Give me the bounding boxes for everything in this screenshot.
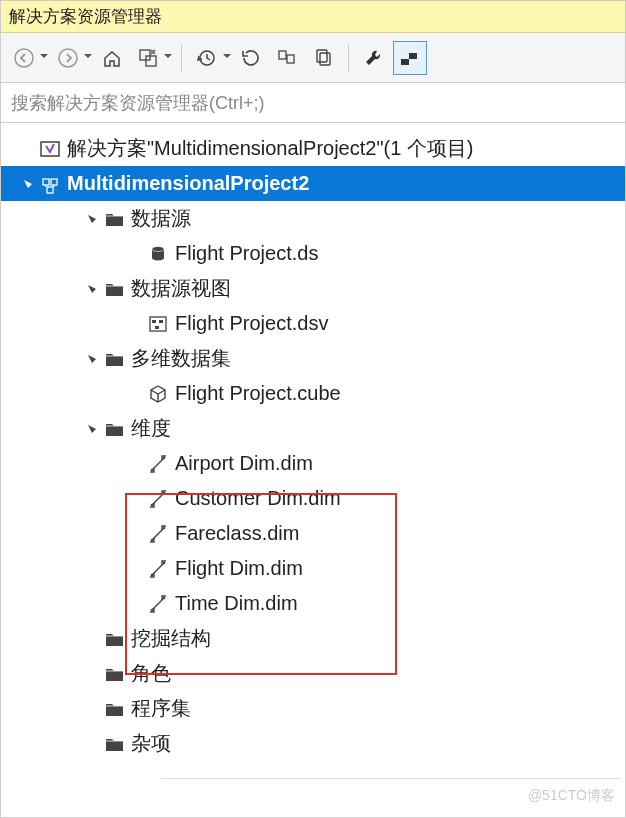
pending-changes-button[interactable]	[190, 41, 224, 75]
dsv-icon	[145, 313, 171, 335]
solution-label: 解决方案"MultidimensionalProject2"(1 个项目)	[63, 135, 474, 162]
panel-title-text: 解决方案资源管理器	[9, 5, 162, 28]
folder-data-sources[interactable]: 数据源	[1, 201, 625, 236]
dimension-icon	[145, 558, 171, 580]
folder-icon	[101, 278, 127, 300]
cube-item[interactable]: Flight Project.cube	[1, 376, 625, 411]
cube-icon	[145, 383, 171, 405]
solution-icon	[37, 138, 63, 160]
folder-label: 杂项	[127, 730, 171, 757]
dimension-icon	[145, 593, 171, 615]
folder-dsv[interactable]: 数据源视图	[1, 271, 625, 306]
folder-icon	[101, 208, 127, 230]
item-label: Fareclass.dim	[171, 522, 299, 545]
folder-icon	[101, 418, 127, 440]
database-icon	[145, 243, 171, 265]
dimension-item[interactable]: Airport Dim.dim	[1, 446, 625, 481]
dimension-icon	[145, 488, 171, 510]
project-node[interactable]: MultidimensionalProject2	[1, 166, 625, 201]
preview-selected-button[interactable]	[393, 41, 427, 75]
folder-icon	[101, 663, 127, 685]
scope-button[interactable]	[131, 41, 165, 75]
folder-label: 维度	[127, 415, 171, 442]
folder-cubes[interactable]: 多维数据集	[1, 341, 625, 376]
folder-label: 数据源视图	[127, 275, 231, 302]
folder-label: 挖掘结构	[127, 625, 211, 652]
expander-icon[interactable]	[83, 423, 101, 435]
solution-tree: 解决方案"MultidimensionalProject2"(1 个项目) Mu…	[1, 123, 625, 761]
project-icon	[37, 173, 63, 195]
back-button[interactable]	[7, 41, 41, 75]
folder-icon	[101, 698, 127, 720]
refresh-button[interactable]	[234, 41, 268, 75]
folder-label: 角色	[127, 660, 171, 687]
collapse-all-button[interactable]	[270, 41, 304, 75]
footer-divider	[161, 778, 621, 779]
dimension-item[interactable]: Fareclass.dim	[1, 516, 625, 551]
project-label: MultidimensionalProject2	[63, 172, 309, 195]
separator	[348, 44, 349, 72]
solution-node[interactable]: 解决方案"MultidimensionalProject2"(1 个项目)	[1, 131, 625, 166]
dimension-icon	[145, 523, 171, 545]
dimension-item[interactable]: Flight Dim.dim	[1, 551, 625, 586]
folder-dimensions[interactable]: 维度	[1, 411, 625, 446]
folder-label: 多维数据集	[127, 345, 231, 372]
expander-icon[interactable]	[19, 178, 37, 190]
folder-icon	[101, 628, 127, 650]
search-input[interactable]: 搜索解决方案资源管理器(Ctrl+;)	[1, 83, 625, 123]
home-button[interactable]	[95, 41, 129, 75]
dsv-item[interactable]: Flight Project.dsv	[1, 306, 625, 341]
search-placeholder: 搜索解决方案资源管理器(Ctrl+;)	[11, 91, 265, 115]
forward-button[interactable]	[51, 41, 85, 75]
folder-roles[interactable]: 角色	[1, 656, 625, 691]
pending-dropdown[interactable]	[222, 41, 232, 75]
toolbar	[1, 33, 625, 83]
show-all-files-button[interactable]	[306, 41, 340, 75]
expander-icon[interactable]	[83, 283, 101, 295]
expander-icon[interactable]	[83, 353, 101, 365]
folder-label: 程序集	[127, 695, 191, 722]
folder-misc[interactable]: 杂项	[1, 726, 625, 761]
data-source-item[interactable]: Flight Project.ds	[1, 236, 625, 271]
watermark: @51CTO博客	[528, 787, 615, 805]
dimension-icon	[145, 453, 171, 475]
folder-assemblies[interactable]: 程序集	[1, 691, 625, 726]
item-label: Flight Project.cube	[171, 382, 341, 405]
item-label: Airport Dim.dim	[171, 452, 313, 475]
folder-mining[interactable]: 挖掘结构	[1, 621, 625, 656]
folder-icon	[101, 733, 127, 755]
forward-dropdown[interactable]	[83, 41, 93, 75]
expander-icon[interactable]	[83, 213, 101, 225]
item-label: Time Dim.dim	[171, 592, 298, 615]
folder-icon	[101, 348, 127, 370]
dimension-item[interactable]: Customer Dim.dim	[1, 481, 625, 516]
back-dropdown[interactable]	[39, 41, 49, 75]
item-label: Flight Project.dsv	[171, 312, 328, 335]
separator	[181, 44, 182, 72]
item-label: Flight Dim.dim	[171, 557, 303, 580]
panel-title: 解决方案资源管理器	[1, 1, 625, 33]
properties-button[interactable]	[357, 41, 391, 75]
folder-label: 数据源	[127, 205, 191, 232]
scope-dropdown[interactable]	[163, 41, 173, 75]
item-label: Flight Project.ds	[171, 242, 318, 265]
dimension-item[interactable]: Time Dim.dim	[1, 586, 625, 621]
item-label: Customer Dim.dim	[171, 487, 341, 510]
